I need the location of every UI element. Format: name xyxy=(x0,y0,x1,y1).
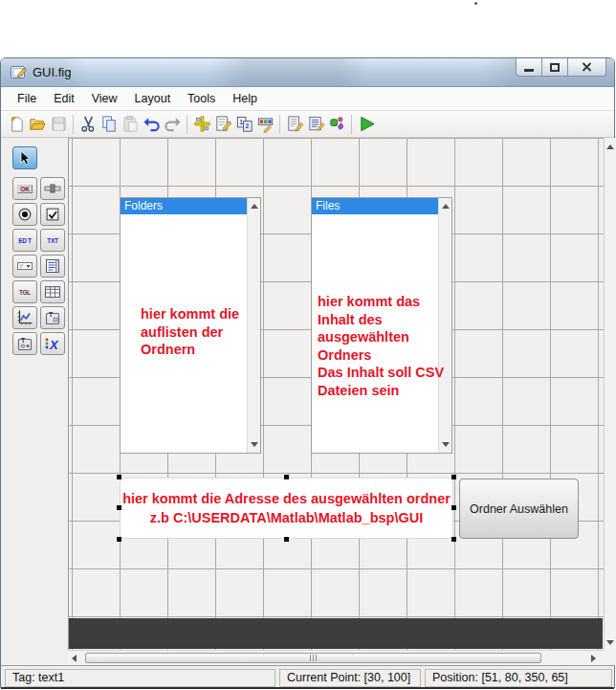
radio-button-icon xyxy=(16,206,33,223)
menu-help[interactable]: Help xyxy=(224,89,266,108)
tool-static-text[interactable]: TXT xyxy=(40,229,65,252)
scrollbar-corner xyxy=(604,650,616,665)
files-listbox-selected-item[interactable]: Files xyxy=(312,198,438,214)
listbox-icon xyxy=(43,256,62,276)
table-icon xyxy=(43,282,62,301)
files-listbox[interactable]: Files hier kommt das Inhalt des ausgewäh… xyxy=(311,197,452,454)
menu-tools[interactable]: Tools xyxy=(179,89,224,108)
svg-text:T: T xyxy=(21,337,26,344)
tool-select[interactable] xyxy=(12,146,37,169)
cut-icon[interactable] xyxy=(77,114,99,135)
selection-handle[interactable] xyxy=(451,505,456,510)
svg-text:2: 2 xyxy=(245,122,249,129)
caption-buttons xyxy=(516,58,606,77)
scroll-left-icon[interactable] xyxy=(72,655,77,662)
run-icon[interactable] xyxy=(356,114,377,135)
close-icon xyxy=(582,62,592,72)
selection-handle[interactable] xyxy=(284,475,289,479)
scroll-down-icon[interactable] xyxy=(251,442,258,447)
ordner-auswaehlen-button[interactable]: Ordner Auswählen xyxy=(459,479,579,539)
tool-toggle-button[interactable]: TGL xyxy=(12,280,37,303)
menu-editor-icon[interactable] xyxy=(212,114,233,135)
tab-order-editor-icon[interactable]: 1 2 xyxy=(233,114,254,135)
svg-text:X: X xyxy=(49,338,59,352)
title-bar[interactable]: GUI.fig xyxy=(1,58,614,87)
ordner-auswaehlen-label: Ordner Auswählen xyxy=(470,502,568,516)
layout-canvas[interactable]: Folders hier kommt die auflisten der Ord… xyxy=(68,138,604,650)
new-figure-icon[interactable] xyxy=(6,114,27,135)
selection-handle[interactable] xyxy=(284,537,289,542)
panel-icon: T xyxy=(43,308,62,327)
horizontal-scrollbar[interactable] xyxy=(68,650,604,665)
selection-handle[interactable] xyxy=(451,475,456,479)
maximize-button[interactable] xyxy=(542,58,568,77)
vertical-scrollbar[interactable] xyxy=(604,138,616,650)
toggle-button-icon: TGL xyxy=(19,289,31,296)
tool-check-box[interactable] xyxy=(40,203,65,226)
selection-handle[interactable] xyxy=(117,475,121,479)
activex-icon: X xyxy=(43,334,62,353)
tool-panel[interactable]: T xyxy=(40,306,65,329)
tool-edit-text[interactable]: ED T xyxy=(12,229,37,252)
redo-icon[interactable] xyxy=(162,114,183,135)
tool-popup-menu[interactable] xyxy=(12,255,37,278)
object-browser-icon[interactable] xyxy=(326,114,347,135)
toolbar-separator xyxy=(73,115,74,134)
scroll-up-icon[interactable] xyxy=(251,204,258,209)
close-button[interactable] xyxy=(568,58,606,77)
selection-handle[interactable] xyxy=(451,537,456,542)
tool-button-group[interactable]: T xyxy=(12,332,37,355)
edit-text-icon: ED T xyxy=(18,237,32,244)
menu-edit[interactable]: Edit xyxy=(45,89,83,108)
folders-listbox[interactable]: Folders hier kommt die auflisten der Ord… xyxy=(120,197,261,454)
maximize-icon xyxy=(550,63,560,72)
thumb-grip xyxy=(316,655,317,661)
scroll-right-icon[interactable] xyxy=(591,655,596,662)
scroll-down-icon[interactable] xyxy=(442,442,450,447)
tool-listbox[interactable] xyxy=(40,255,65,278)
address-static-text[interactable]: hier kommt die Adresse des ausgewählten … xyxy=(120,478,453,539)
tool-table[interactable] xyxy=(40,280,65,303)
property-inspector-icon[interactable] xyxy=(305,114,326,135)
toolbar-editor-icon[interactable] xyxy=(254,114,275,135)
address-annotation-text: hier kommt die Adresse des ausgewählten … xyxy=(122,489,451,527)
minimize-button[interactable] xyxy=(516,58,542,77)
selection-handle[interactable] xyxy=(117,537,121,542)
paste-icon[interactable] xyxy=(120,114,141,135)
scroll-up-icon[interactable] xyxy=(606,145,614,149)
tool-radio-button[interactable] xyxy=(12,203,37,226)
menu-layout[interactable]: Layout xyxy=(126,89,180,108)
folders-listbox-selected-item[interactable]: Folders xyxy=(121,198,247,214)
menu-bar: File Edit View Layout Tools Help xyxy=(1,87,614,111)
push-button-icon: OK xyxy=(17,185,33,193)
button-group-icon: T xyxy=(15,334,34,353)
selection-handle[interactable] xyxy=(117,505,121,510)
horizontal-scroll-thumb[interactable] xyxy=(85,653,541,663)
scroll-down-icon[interactable] xyxy=(606,640,614,645)
tool-activex[interactable]: X xyxy=(40,332,65,355)
menu-file[interactable]: File xyxy=(9,89,45,108)
check-box-icon xyxy=(44,206,61,223)
cursor-arrow-icon xyxy=(18,150,32,166)
svg-text:1: 1 xyxy=(239,119,243,125)
status-bar: Tag: text1 Current Point: [30, 100] Posi… xyxy=(1,665,614,689)
menu-view[interactable]: View xyxy=(83,89,126,108)
status-tag: Tag: text1 xyxy=(5,669,275,687)
tool-slider[interactable] xyxy=(40,177,65,200)
screen-artifact-dot xyxy=(474,2,477,5)
open-icon[interactable] xyxy=(27,114,48,135)
copy-icon[interactable] xyxy=(99,114,120,135)
save-icon[interactable] xyxy=(48,114,69,135)
slider-icon xyxy=(43,179,62,198)
svg-text:T: T xyxy=(49,311,54,318)
popup-menu-icon xyxy=(15,256,34,276)
tool-axes[interactable] xyxy=(12,306,37,329)
status-position: Position: [51, 80, 350, 65] xyxy=(425,669,612,687)
dark-panel-area xyxy=(69,618,603,649)
scroll-up-icon[interactable] xyxy=(442,204,450,209)
editor-icon[interactable] xyxy=(284,114,305,135)
tool-push-button[interactable]: OK xyxy=(12,177,37,200)
align-objects-icon[interactable] xyxy=(191,114,212,135)
undo-icon[interactable] xyxy=(141,114,162,135)
thumb-grip xyxy=(313,655,314,661)
